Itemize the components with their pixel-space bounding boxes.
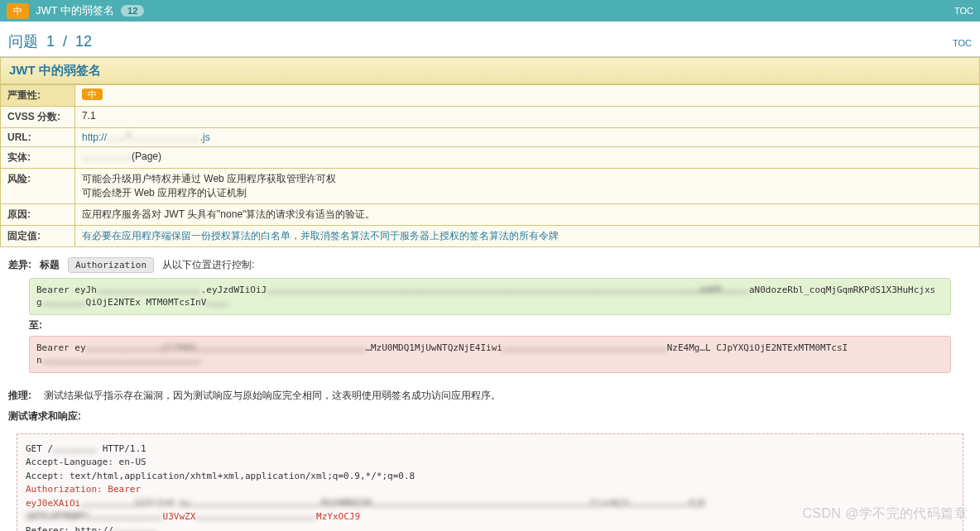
- url-label: URL:: [1, 128, 75, 147]
- severity-label: 严重性:: [1, 85, 75, 107]
- toc-link-top[interactable]: TOC: [954, 6, 973, 16]
- risk-value: 可能会升级用户特权并通过 Web 应用程序获取管理许可权 可能会绕开 Web 应…: [75, 169, 980, 204]
- fix-value: 有必要在应用程序端保留一份授权算法的白名单，并取消签名算法不同于服务器上授权的签…: [75, 226, 980, 247]
- inference-label: 推理:: [8, 389, 41, 403]
- token-original: Bearer eyJh………………………………………………….eyJzdWIiO…: [29, 278, 951, 315]
- diff-header-label: 标题: [40, 258, 60, 272]
- diff-section: 差异: 标题 Authorization 从以下位置进行控制: Bearer e…: [0, 247, 980, 385]
- toc-link[interactable]: TOC: [953, 38, 972, 48]
- request-label-row: 测试请求和响应:: [0, 406, 980, 427]
- question-label: 问题 1 / 12: [8, 31, 92, 51]
- detail-table: 严重性: 中 CVSS 分数: 7.1 URL: http://……*………………: [0, 84, 980, 247]
- inference-row: 推理: 测试结果似乎指示存在漏洞，因为测试响应与原始响应完全相同，这表明使用弱签…: [0, 385, 980, 406]
- section-header: 问题 1 / 12 TOC: [0, 22, 980, 57]
- inference-text: 测试结果似乎指示存在漏洞，因为测试响应与原始响应完全相同，这表明使用弱签名成功访…: [44, 390, 501, 401]
- cvss-label: CVSS 分数:: [1, 107, 75, 128]
- count-pill: 12: [121, 5, 144, 17]
- diff-control-text: 从以下位置进行控制:: [162, 258, 254, 272]
- cvss-value: 7.1: [75, 107, 980, 128]
- url-value: http://……*………………….js: [75, 128, 980, 147]
- cause-label: 原因:: [1, 204, 75, 226]
- cause-value: 应用程序服务器对 JWT 头具有"none"算法的请求没有适当的验证。: [75, 204, 980, 226]
- top-bar: 中 JWT 中的弱签名 12 TOC: [0, 0, 980, 22]
- risk-label: 风险:: [1, 169, 75, 204]
- diff-header-value: Authorization: [68, 257, 154, 273]
- top-title: JWT 中的弱签名: [36, 3, 114, 18]
- issue-title: JWT 中的弱签名: [0, 57, 980, 84]
- to-label: 至:: [29, 318, 951, 332]
- token-modified: Bearer ey……………………………………LCJhbG………………………………: [29, 336, 951, 373]
- request-block: GET /…………………… HTTP/1.1 Accept-Language: …: [17, 433, 963, 531]
- severity-value: 中: [75, 85, 980, 107]
- severity-badge-top: 中: [7, 3, 29, 19]
- entity-value: ……………(Page): [75, 147, 980, 169]
- diff-label: 差异:: [8, 258, 31, 272]
- request-label: 测试请求和响应:: [8, 409, 81, 423]
- fix-label: 固定值:: [1, 226, 75, 247]
- entity-label: 实体:: [1, 147, 75, 169]
